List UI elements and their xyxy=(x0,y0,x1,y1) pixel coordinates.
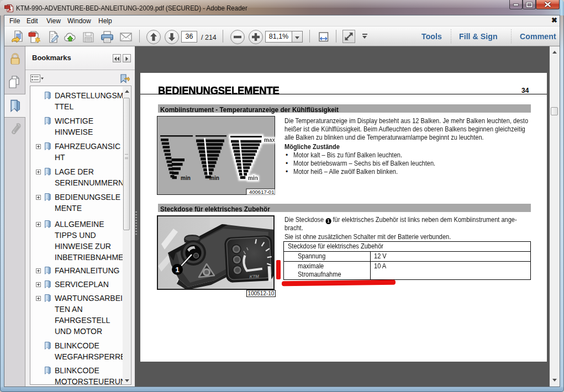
svg-text:min: min xyxy=(248,175,258,181)
svg-text:400617-01: 400617-01 xyxy=(249,189,274,195)
svg-text:min: min xyxy=(209,175,219,181)
svg-text:min: min xyxy=(181,175,191,181)
svg-text:KTM: KTM xyxy=(249,274,259,279)
svg-text:1: 1 xyxy=(175,266,179,274)
svg-text:max: max xyxy=(264,137,275,143)
